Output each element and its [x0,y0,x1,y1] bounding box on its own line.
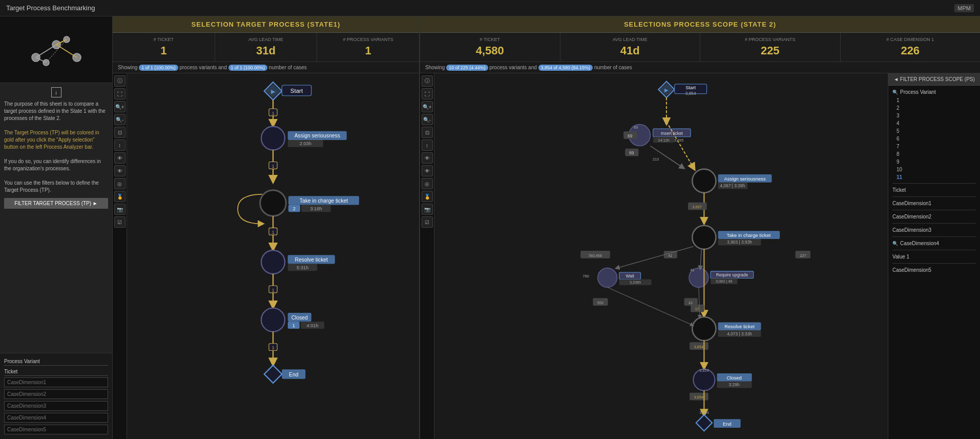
pv-item-5[interactable]: 5 [892,127,976,135]
search-icon-cd4: 🔍 [892,241,898,246]
pv-item-11[interactable]: 11 [892,173,976,181]
zoom-in-tool-left[interactable]: 🔍+ [114,101,126,112]
svg-text:1: 1 [272,230,274,235]
svg-text:69: 69 [629,150,634,155]
svg-text:Closed: Closed [291,315,308,321]
pv-item-2[interactable]: 2 [892,104,976,112]
zoom-out-tool-right[interactable]: 🔍- [422,114,433,125]
svg-text:Wait: Wait [625,273,634,278]
logo-area [0,16,112,83]
flow-toolbar-left: ⓘ ⛶ 🔍+ 🔍- ⊡ ↕ 👁 👁 ◎ 🏅 📷 ☑ [113,73,127,439]
stat-leadtime-value-right: 41d [566,44,695,57]
svg-point-17 [261,127,285,150]
arrow-tool-right[interactable]: ↕ [422,139,433,151]
svg-text:End: End [289,372,299,377]
left-sidebar: i The purpose of this sheet is to compar… [0,16,113,439]
svg-point-40 [261,308,285,332]
svg-point-114 [692,317,716,341]
pv-item-1[interactable]: 1 [892,96,976,104]
casedimension5-input[interactable] [4,425,108,434]
svg-line-136 [699,287,700,317]
right-panel-header[interactable]: ◄ FILTER PROCESS SCOPE (PS) [888,73,980,86]
casedimension2-input[interactable] [4,389,108,399]
stat-variants-right: # Process Variants 225 [700,33,841,62]
photo-tool-left[interactable]: 📷 [114,204,126,215]
pv-item-10[interactable]: 10 [892,166,976,173]
svg-text:1: 1 [272,111,274,116]
medal-tool-right[interactable]: 🏅 [422,191,433,202]
pv-item-3[interactable]: 3 [892,112,976,119]
assign-label-left: Assign seriousness [295,133,340,138]
right-filter-cd3-label: CaseDimension3 [892,226,976,234]
svg-text:552: 552 [597,301,603,305]
pv-item-6[interactable]: 6 [892,135,976,143]
svg-text:3,336h: 3,336h [630,280,641,285]
app-title: Target Process Benchmarking [6,4,95,12]
pv-item-4[interactable]: 4 [892,119,976,127]
svg-text:41: 41 [689,301,693,305]
casedimension4-input[interactable] [4,413,108,423]
flow-toolbar-right: ⓘ ⛶ 🔍+ 🔍- ⊡ ↕ 👁 👁 ◎ 🏅 📷 ☑ [420,73,434,439]
info-tool-right[interactable]: ⓘ [422,75,433,87]
right-filter-content: 🔍 Process Variant 1 2 3 4 5 6 7 8 9 [888,86,980,276]
svg-point-93 [598,268,617,288]
fit-tool-right[interactable]: ⊡ [422,127,433,138]
info-tool-left[interactable]: ⓘ [114,75,126,87]
svg-marker-50 [264,365,282,383]
right-filter-ticket-label: Ticket [892,186,976,194]
take-label-left: Take in charge ticket [300,198,348,204]
stat-variants-left: # Process Variants 1 [317,33,419,62]
medal-tool-left[interactable]: 🏅 [114,191,126,202]
svg-text:2: 2 [293,206,296,211]
zoom-out-tool-left[interactable]: 🔍- [114,114,126,125]
svg-line-135 [608,287,693,325]
stat-leadtime-left: AVG Lead Time 31d [215,33,318,62]
svg-point-74 [692,169,716,193]
svg-text:4,067 | 3:39h: 4,067 | 3:39h [720,183,745,188]
svg-text:1: 1 [272,345,274,350]
panel-left-header: SELECTION TARGET PROCESS (STATE1) [113,16,419,33]
eye2-tool-right[interactable]: 👁 [422,165,433,176]
pv-item-9[interactable]: 9 [892,158,976,166]
start-label-left: Start [290,88,303,94]
expand-tool-right[interactable]: ⛶ [422,88,433,99]
svg-text:1: 1 [293,323,295,328]
showing-text-right: Showing 10 of 225 (4.44%) process varian… [420,62,980,73]
left-filter-section: Process Variant Ticket [0,353,112,439]
arrow-tool-left[interactable]: ↕ [114,139,126,151]
svg-text:▶: ▶ [664,87,669,93]
filter-ticket: Ticket [4,367,108,376]
photo-tool-right[interactable]: 📷 [422,204,433,215]
eye2-tool-left[interactable]: 👁 [114,165,126,176]
check-tool-left[interactable]: ☑ [114,216,126,228]
pv-item-8[interactable]: 8 [892,150,976,158]
svg-text:Resolve ticket: Resolve ticket [724,324,755,329]
eye3-tool-left[interactable]: ◎ [114,178,126,189]
svg-text:Start: Start [685,85,696,90]
eye-tool-right[interactable]: 👁 [422,152,433,164]
svg-point-24 [260,190,286,216]
flow-diagram-left: ▶ Start 1 Assign seriousness [127,73,419,439]
svg-text:3,854: 3,854 [685,91,696,96]
svg-text:1: 1 [272,288,274,293]
app-logo: MPM [954,4,974,12]
expand-tool-left[interactable]: ⛶ [114,88,126,99]
svg-text:780: 780 [583,274,589,278]
eye3-tool-right[interactable]: ◎ [422,178,433,189]
casedimension3-input[interactable] [4,401,108,411]
casedimension1-input[interactable] [4,377,108,387]
panel-right-header: SELECTIONS PROCESS SCOPE (STATE 2) [420,16,980,33]
svg-text:3:16h: 3:16h [310,206,322,211]
right-filter-cd5-label: CaseDimension5 [892,266,976,274]
svg-text:4:01h: 4:01h [307,323,319,328]
fit-tool-left[interactable]: ⊡ [114,127,126,138]
eye-tool-left[interactable]: 👁 [114,152,126,164]
filter-target-btn[interactable]: FILTER TARGET PROCESS (TP) ► [4,198,108,209]
svg-text:3,627: 3,627 [693,205,702,209]
right-filter-cd2-label: CaseDimension2 [892,212,976,221]
check-tool-right[interactable]: ☑ [422,216,433,228]
pv-item-7[interactable]: 7 [892,143,976,150]
zoom-in-tool-right[interactable]: 🔍+ [422,101,433,112]
svg-marker-131 [696,415,712,431]
svg-text:2:03h: 2:03h [300,141,311,146]
